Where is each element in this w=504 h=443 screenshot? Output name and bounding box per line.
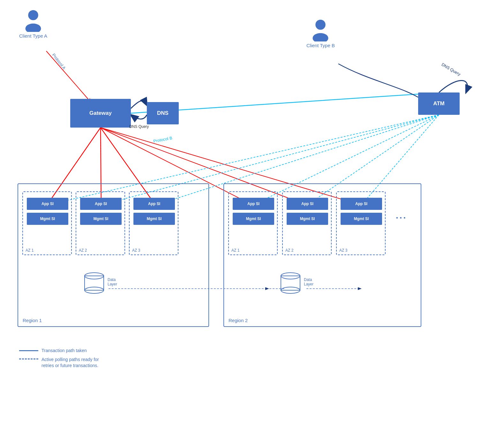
- svg-point-3: [313, 33, 328, 41]
- diagram-container: Client Type A Client Type B Protocol A P…: [0, 0, 504, 443]
- r1az3-app-si: App SI: [133, 198, 175, 210]
- r2-az1-label: AZ 1: [231, 248, 239, 253]
- r2az1-app-si: App SI: [233, 198, 274, 210]
- r1-az1-label: AZ 1: [26, 248, 34, 253]
- legend: Transaction path taken Active polling pa…: [19, 348, 99, 372]
- r2az1-mgmt-si: Mgmt SI: [233, 213, 274, 225]
- protocol-a-label: Protocol A: [51, 53, 66, 70]
- client-b-icon: [309, 19, 332, 41]
- dns-query-label2: DNS Query: [441, 62, 462, 77]
- legend-item-dashed: Active polling paths ready forretries or…: [19, 357, 99, 369]
- client-b-label: Client Type B: [306, 43, 335, 48]
- data-layer-2-label: Data Layer: [304, 277, 313, 286]
- r2az3-app-si: App SI: [341, 198, 382, 210]
- r2az2-app-si: App SI: [287, 198, 328, 210]
- dns-query-label1: DNS Query: [129, 124, 149, 129]
- client-a: Client Type A: [19, 10, 47, 39]
- protocol-b-label: Protocol B: [153, 136, 173, 144]
- region-2-label: Region 2: [229, 318, 248, 323]
- svg-point-0: [28, 10, 38, 20]
- atm-box: ATM: [418, 92, 460, 115]
- r2-az2-box: App SI Mgmt SI AZ 2: [282, 191, 332, 255]
- protocol-a-arrow: [46, 51, 89, 100]
- atm-dns-loop: [439, 81, 467, 93]
- r2-az3-label: AZ 3: [339, 248, 347, 253]
- legend-dashed-text: Active polling paths ready forretries or…: [41, 357, 99, 369]
- legend-item-solid: Transaction path taken: [19, 348, 99, 354]
- r2-az3-box: App SI Mgmt SI AZ 3: [336, 191, 386, 255]
- svg-point-2: [316, 20, 326, 30]
- r2-az2-label: AZ 2: [285, 248, 293, 253]
- r1-az2-box: App SI Mgmt SI AZ 2: [76, 191, 125, 255]
- legend-dashed-line: [19, 358, 38, 359]
- region-1-label: Region 1: [23, 318, 42, 323]
- legend-solid-text: Transaction path taken: [41, 348, 87, 354]
- gateway-dns-arrow1: [131, 101, 147, 108]
- r1az2-mgmt-si: Mgmt SI: [80, 213, 122, 225]
- gateway-dns-arrow2: [131, 115, 147, 119]
- r2az3-mgmt-si: Mgmt SI: [341, 213, 382, 225]
- cylinder-2-svg: [278, 271, 303, 297]
- ellipsis: ...: [396, 210, 407, 221]
- client-a-icon: [22, 10, 44, 32]
- data-layer-1: Data Layer: [81, 271, 107, 298]
- gateway-box: Gateway: [70, 99, 131, 128]
- r1-az2-label: AZ 2: [79, 248, 87, 253]
- client-a-label: Client Type A: [19, 33, 47, 39]
- data-layer-1-label: Data Layer: [108, 277, 117, 286]
- cylinder-1-svg: [81, 271, 107, 297]
- data-layer-2: Data Layer: [278, 271, 303, 298]
- r1-az3-box: App SI Mgmt SI AZ 3: [129, 191, 178, 255]
- r1az1-app-si: App SI: [27, 198, 68, 210]
- r1az2-app-si: App SI: [80, 198, 122, 210]
- r2az2-mgmt-si: Mgmt SI: [287, 213, 328, 225]
- r1-az3-label: AZ 3: [132, 248, 140, 253]
- r1az1-mgmt-si: Mgmt SI: [27, 213, 68, 225]
- clientb-atm-line: [338, 64, 418, 97]
- client-b: Client Type B: [306, 19, 335, 48]
- svg-point-1: [26, 24, 41, 32]
- r1az3-mgmt-si: Mgmt SI: [133, 213, 175, 225]
- r2-az1-box: App SI Mgmt SI AZ 1: [228, 191, 278, 255]
- legend-solid-line: [19, 350, 38, 351]
- r1-az1-box: App SI Mgmt SI AZ 1: [22, 191, 72, 255]
- dns-box: DNS: [147, 102, 179, 124]
